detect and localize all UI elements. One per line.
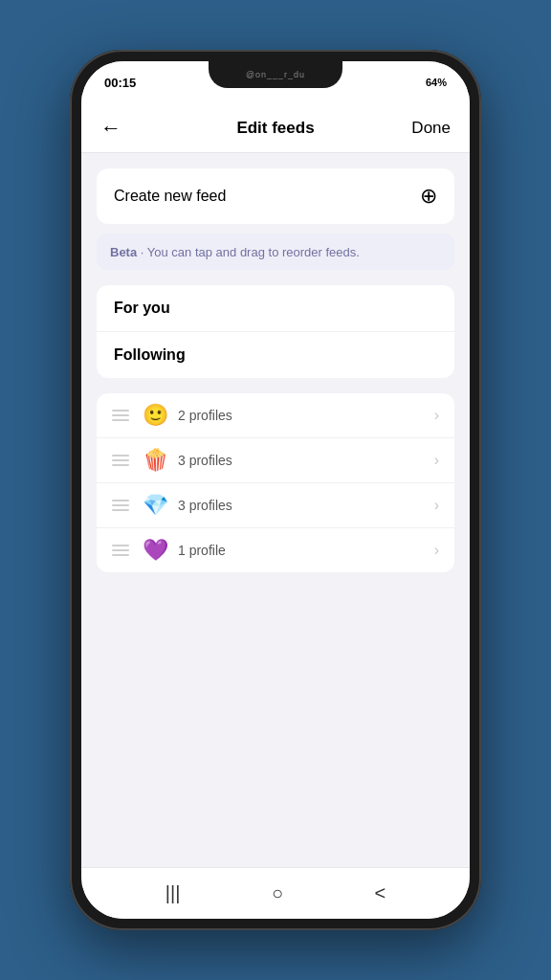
home-bar-center-icon[interactable]: ○ — [272, 882, 283, 904]
nav-bar: ← Edit feeds Done — [81, 103, 470, 153]
phone-screen: 00:15 @on___r_du 64% ← Edit feeds Done C… — [81, 61, 470, 919]
status-time: 00:15 — [104, 76, 136, 90]
feed-emoji-1: 🍿 — [143, 450, 168, 471]
custom-feeds-section: 🙂 2 profiles › 🍿 3 profiles — [97, 393, 454, 572]
notch: @on___r_du — [209, 61, 342, 88]
feed-emoji-2: 💎 — [143, 495, 168, 516]
chevron-icon-3: › — [434, 542, 439, 559]
drag-handle-2[interactable] — [112, 500, 129, 511]
back-button[interactable]: ← — [100, 116, 143, 141]
drag-handle-0[interactable] — [112, 410, 129, 421]
create-feed-row[interactable]: Create new feed ⊕ — [97, 168, 454, 224]
beta-notice-text: Beta · You can tap and drag to reorder f… — [110, 245, 360, 259]
custom-feed-item-2[interactable]: 💎 3 profiles › — [97, 483, 454, 528]
home-bar: ||| ○ < — [81, 867, 470, 919]
chevron-icon-0: › — [434, 407, 439, 424]
create-feed-plus-icon[interactable]: ⊕ — [420, 184, 437, 209]
create-feed-section: Create new feed ⊕ — [97, 168, 454, 224]
done-button[interactable]: Done — [408, 119, 451, 138]
chevron-icon-1: › — [434, 452, 439, 469]
custom-feed-item-1[interactable]: 🍿 3 profiles › — [97, 438, 454, 483]
default-feeds-section: For you Following — [97, 285, 454, 378]
feed-info-1: 3 profiles — [178, 452, 434, 469]
home-bar-right-icon[interactable]: < — [375, 882, 386, 904]
drag-handle-1[interactable] — [112, 455, 129, 466]
custom-feed-item-3[interactable]: 💜 1 profile › — [97, 528, 454, 572]
battery-text: 64% — [426, 77, 447, 88]
feed-count-3: 1 profile — [178, 543, 226, 558]
feed-emoji-0: 🙂 — [143, 405, 168, 426]
feed-info-3: 1 profile — [178, 542, 434, 559]
feed-emoji-3: 💜 — [143, 540, 168, 561]
create-feed-label: Create new feed — [114, 188, 226, 205]
beta-notice: Beta · You can tap and drag to reorder f… — [97, 234, 454, 270]
drag-handle-3[interactable] — [112, 545, 129, 556]
home-bar-left-icon[interactable]: ||| — [165, 882, 181, 904]
chevron-icon-2: › — [434, 497, 439, 514]
custom-feed-item-0[interactable]: 🙂 2 profiles › — [97, 393, 454, 438]
feed-count-1: 3 profiles — [178, 453, 232, 468]
status-bar: 00:15 @on___r_du 64% — [81, 61, 470, 103]
feed-for-you[interactable]: For you — [97, 285, 454, 332]
phone-frame: 00:15 @on___r_du 64% ← Edit feeds Done C… — [70, 50, 481, 930]
feed-count-2: 3 profiles — [178, 498, 232, 513]
feed-following[interactable]: Following — [97, 332, 454, 378]
feed-info-0: 2 profiles — [178, 407, 434, 424]
status-icons: 64% — [426, 77, 447, 88]
feed-count-0: 2 profiles — [178, 408, 232, 423]
nav-title: Edit feeds — [236, 119, 314, 138]
feed-info-2: 3 profiles — [178, 497, 434, 514]
notch-text: @on___r_du — [246, 70, 305, 79]
content-area: Create new feed ⊕ Beta · You can tap and… — [81, 153, 470, 867]
